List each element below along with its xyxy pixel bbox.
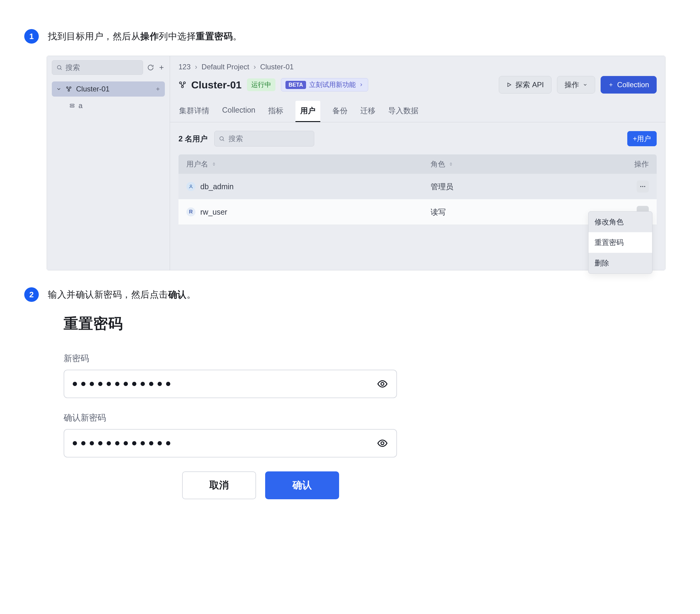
th-name[interactable]: 用户名 <box>186 159 430 169</box>
play-icon <box>507 82 512 88</box>
add-collection-button[interactable]: Collection <box>601 76 657 93</box>
collection-label: Collection <box>617 80 649 89</box>
svg-marker-14 <box>508 83 511 87</box>
tab-1[interactable]: Collection <box>222 101 256 122</box>
step-1-bold-1: 操作 <box>140 31 159 41</box>
cell-username: db_admin <box>186 182 430 191</box>
sidebar-child-label: a <box>78 101 83 110</box>
svg-point-22 <box>644 186 646 187</box>
svg-point-26 <box>381 382 384 385</box>
step-1-text-a: 找到目标用户，然后从 <box>48 31 140 41</box>
svg-point-6 <box>68 90 70 91</box>
step-1-text-b: 列中选择 <box>159 31 196 41</box>
th-action: 操作 <box>588 159 649 169</box>
users-search-input[interactable]: 搜索 <box>214 131 314 146</box>
users-table: 用户名 角色 操作 db_admin管理员 <box>178 154 657 270</box>
tab-0[interactable]: 集群详情 <box>178 101 210 122</box>
table-row: db_admin管理员 <box>178 174 657 199</box>
step-2-bold-1: 确认 <box>168 290 187 299</box>
svg-point-21 <box>642 186 643 187</box>
sidebar-child-item[interactable]: a <box>52 97 165 110</box>
step-1-text-c: 。 <box>233 31 242 41</box>
cell-role: 读写 <box>430 207 588 217</box>
th-role-label: 角色 <box>430 159 445 169</box>
row-actions-button[interactable] <box>637 180 649 193</box>
main-area: 123 › Default Project › Cluster-01 Clust… <box>170 56 665 270</box>
chevron-right-icon <box>359 82 364 87</box>
new-password-input[interactable] <box>64 370 397 398</box>
beta-tag: BETA <box>286 81 306 89</box>
step-badge-2: 2 <box>24 287 39 302</box>
users-bar: 2 名用户 搜索 +用户 <box>170 122 665 151</box>
explore-api-label: 探索 API <box>515 80 543 90</box>
svg-line-18 <box>223 140 224 141</box>
tab-4[interactable]: 备份 <box>332 101 348 122</box>
tab-5[interactable]: 迁移 <box>360 101 376 122</box>
plus-icon[interactable] <box>158 64 165 71</box>
user-avatar <box>186 182 196 191</box>
sidebar: 搜索 Cluster-01 <box>47 56 170 270</box>
add-user-label: +用户 <box>633 134 651 143</box>
username-text: rw_user <box>200 208 227 216</box>
reset-password-form: 重置密码 新密码 确认新密码 取消 确认 <box>64 314 397 499</box>
search-icon <box>57 64 62 71</box>
cell-username: Rrw_user <box>186 207 430 216</box>
table-head: 用户名 角色 操作 <box>178 154 657 174</box>
step-2-heading: 2 输入并确认新密码，然后点击确认。 <box>24 287 676 302</box>
refresh-icon[interactable] <box>147 64 154 71</box>
tabs: 集群详情Collection指标用户备份迁移导入数据 <box>170 101 665 122</box>
status-chip: 运行中 <box>247 78 275 91</box>
operate-label: 操作 <box>564 80 579 90</box>
page-title: Cluster-01 <box>178 79 241 91</box>
th-role[interactable]: 角色 <box>430 159 588 169</box>
eye-icon[interactable] <box>377 379 388 389</box>
th-action-label: 操作 <box>634 159 649 169</box>
crumb-1[interactable]: Default Project <box>201 63 249 71</box>
operate-button[interactable]: 操作 <box>557 76 595 93</box>
crumb-2[interactable]: Cluster-01 <box>260 63 293 71</box>
sidebar-item-cluster[interactable]: Cluster-01 <box>52 81 165 97</box>
explore-api-button[interactable]: 探索 API <box>499 76 551 93</box>
menu-item-0[interactable]: 修改角色 <box>588 212 652 232</box>
user-avatar: R <box>186 207 196 216</box>
sidebar-search-input[interactable]: 搜索 <box>52 60 143 75</box>
table-row: Rrw_user读写 <box>178 199 657 225</box>
svg-line-1 <box>61 69 62 70</box>
menu-item-2[interactable]: 删除 <box>588 253 652 273</box>
page-title-text: Cluster-01 <box>191 79 241 91</box>
plus-white-icon <box>608 82 614 88</box>
tab-3[interactable]: 用户 <box>296 101 320 122</box>
sidebar-search-placeholder: 搜索 <box>65 63 80 72</box>
menu-item-1[interactable]: 重置密码 <box>588 232 652 253</box>
chevron-down-icon <box>583 82 588 87</box>
svg-point-17 <box>220 137 223 140</box>
step-1-heading: 1 找到目标用户，然后从操作列中选择重置密码。 <box>24 29 676 43</box>
confirm-password-input[interactable] <box>64 429 397 458</box>
svg-rect-10 <box>70 106 74 107</box>
sort-icon <box>212 162 216 166</box>
cluster-icon <box>66 86 72 92</box>
eye-icon[interactable] <box>377 438 388 449</box>
cell-action <box>588 180 649 193</box>
confirm-button[interactable]: 确认 <box>265 471 339 499</box>
sort-icon <box>449 162 453 166</box>
search-icon <box>219 136 225 142</box>
username-text: db_admin <box>200 182 234 191</box>
svg-rect-9 <box>70 104 74 105</box>
tab-6[interactable]: 导入数据 <box>388 101 419 122</box>
svg-point-13 <box>182 86 184 88</box>
cancel-button[interactable]: 取消 <box>182 471 256 499</box>
plus-small-icon[interactable] <box>155 86 161 92</box>
breadcrumb-sep-1: › <box>253 63 256 71</box>
breadcrumb-sep-0: › <box>195 63 197 71</box>
password-mask <box>73 382 170 386</box>
new-password-label: 新密码 <box>64 353 397 364</box>
cluster-title-icon <box>178 81 186 89</box>
add-user-button[interactable]: +用户 <box>627 131 657 146</box>
crumb-0[interactable]: 123 <box>178 63 191 71</box>
users-search-placeholder: 搜索 <box>228 134 243 143</box>
tab-2[interactable]: 指标 <box>267 101 284 122</box>
beta-chip[interactable]: BETA 立刻试用新功能 <box>281 78 368 91</box>
confirm-password-label: 确认新密码 <box>64 412 397 424</box>
db-icon <box>70 103 75 108</box>
